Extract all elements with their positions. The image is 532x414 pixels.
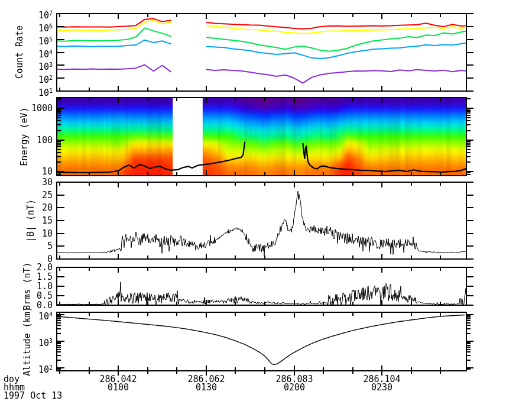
chart-canvas: [0, 0, 532, 414]
figure: Count Rate Energy (eV) |B| (nT) Brms (nT…: [0, 0, 532, 414]
